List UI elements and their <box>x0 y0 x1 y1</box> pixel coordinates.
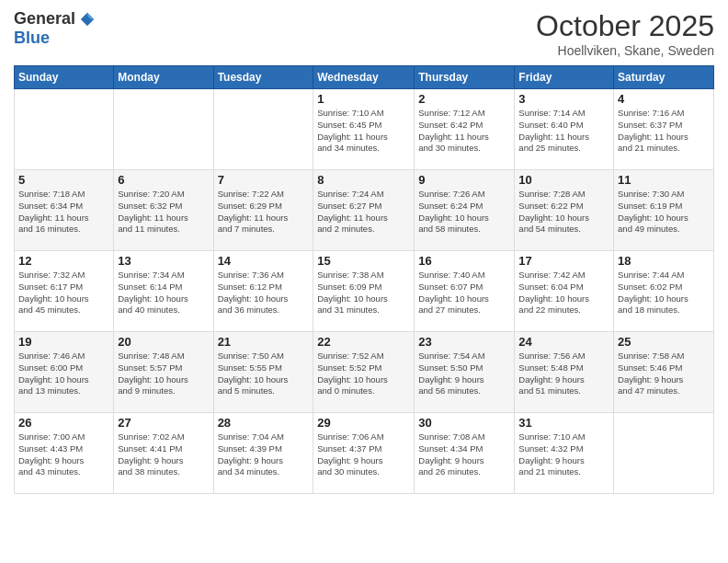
day-info-1-3: Sunrise: 7:24 AM Sunset: 6:27 PM Dayligh… <box>317 189 410 236</box>
day-info-4-0: Sunrise: 7:00 AM Sunset: 4:43 PM Dayligh… <box>18 431 109 478</box>
cell-0-3: 1Sunrise: 7:10 AM Sunset: 6:45 PM Daylig… <box>313 89 415 170</box>
day-num-3-4: 23 <box>418 335 510 349</box>
day-info-4-2: Sunrise: 7:04 AM Sunset: 4:39 PM Dayligh… <box>218 431 310 478</box>
header-thursday: Thursday <box>415 66 515 89</box>
title-area: October 2025 Hoellviken, Skane, Sweden <box>536 9 714 58</box>
cell-2-3: 15Sunrise: 7:38 AM Sunset: 6:09 PM Dayli… <box>313 251 415 332</box>
header-friday: Friday <box>515 66 614 89</box>
cell-1-5: 10Sunrise: 7:28 AM Sunset: 6:22 PM Dayli… <box>515 170 614 251</box>
cell-4-4: 30Sunrise: 7:08 AM Sunset: 4:34 PM Dayli… <box>415 413 515 494</box>
day-info-3-6: Sunrise: 7:58 AM Sunset: 5:46 PM Dayligh… <box>618 350 710 397</box>
day-num-1-4: 9 <box>418 173 510 187</box>
day-num-3-6: 25 <box>618 335 710 349</box>
header-sunday: Sunday <box>15 66 114 89</box>
day-info-1-2: Sunrise: 7:22 AM Sunset: 6:29 PM Dayligh… <box>218 189 310 236</box>
day-num-3-3: 22 <box>317 335 410 349</box>
day-info-3-3: Sunrise: 7:52 AM Sunset: 5:52 PM Dayligh… <box>317 350 410 397</box>
day-num-3-5: 24 <box>518 335 609 349</box>
day-info-3-5: Sunrise: 7:56 AM Sunset: 5:48 PM Dayligh… <box>518 350 609 397</box>
logo-icon <box>79 11 96 28</box>
location-subtitle: Hoellviken, Skane, Sweden <box>536 43 714 58</box>
header-saturday: Saturday <box>614 66 714 89</box>
logo-general-text: General <box>14 9 75 29</box>
cell-3-1: 20Sunrise: 7:48 AM Sunset: 5:57 PM Dayli… <box>114 332 213 413</box>
day-info-3-2: Sunrise: 7:50 AM Sunset: 5:55 PM Dayligh… <box>218 350 310 397</box>
day-num-3-0: 19 <box>18 335 109 349</box>
day-num-4-2: 28 <box>218 416 310 430</box>
cell-0-0 <box>15 89 114 170</box>
week-row-4: 26Sunrise: 7:00 AM Sunset: 4:43 PM Dayli… <box>15 413 714 494</box>
cell-0-4: 2Sunrise: 7:12 AM Sunset: 6:42 PM Daylig… <box>415 89 515 170</box>
day-info-0-6: Sunrise: 7:16 AM Sunset: 6:37 PM Dayligh… <box>618 108 710 155</box>
day-info-2-5: Sunrise: 7:42 AM Sunset: 6:04 PM Dayligh… <box>518 270 609 316</box>
day-num-4-5: 31 <box>518 416 609 430</box>
cell-3-5: 24Sunrise: 7:56 AM Sunset: 5:48 PM Dayli… <box>515 332 614 413</box>
day-num-1-1: 6 <box>118 173 209 187</box>
day-num-2-0: 12 <box>18 254 109 268</box>
day-info-0-3: Sunrise: 7:10 AM Sunset: 6:45 PM Dayligh… <box>317 108 410 155</box>
day-info-1-0: Sunrise: 7:18 AM Sunset: 6:34 PM Dayligh… <box>18 189 109 236</box>
day-num-1-2: 7 <box>218 173 310 187</box>
cell-3-0: 19Sunrise: 7:46 AM Sunset: 6:00 PM Dayli… <box>15 332 114 413</box>
cell-4-0: 26Sunrise: 7:00 AM Sunset: 4:43 PM Dayli… <box>15 413 114 494</box>
day-num-2-3: 15 <box>317 254 410 268</box>
day-info-0-4: Sunrise: 7:12 AM Sunset: 6:42 PM Dayligh… <box>418 108 510 155</box>
cell-2-4: 16Sunrise: 7:40 AM Sunset: 6:07 PM Dayli… <box>415 251 515 332</box>
cell-2-0: 12Sunrise: 7:32 AM Sunset: 6:17 PM Dayli… <box>15 251 114 332</box>
day-info-4-1: Sunrise: 7:02 AM Sunset: 4:41 PM Dayligh… <box>118 431 209 478</box>
cell-3-2: 21Sunrise: 7:50 AM Sunset: 5:55 PM Dayli… <box>213 332 313 413</box>
cell-2-2: 14Sunrise: 7:36 AM Sunset: 6:12 PM Dayli… <box>213 251 313 332</box>
day-num-1-0: 5 <box>18 173 109 187</box>
day-num-2-2: 14 <box>218 254 310 268</box>
day-info-2-1: Sunrise: 7:34 AM Sunset: 6:14 PM Dayligh… <box>118 270 209 316</box>
day-num-0-4: 2 <box>418 92 510 106</box>
day-info-1-1: Sunrise: 7:20 AM Sunset: 6:32 PM Dayligh… <box>118 189 209 236</box>
cell-4-5: 31Sunrise: 7:10 AM Sunset: 4:32 PM Dayli… <box>515 413 614 494</box>
calendar: Sunday Monday Tuesday Wednesday Thursday… <box>14 65 714 494</box>
cell-0-6: 4Sunrise: 7:16 AM Sunset: 6:37 PM Daylig… <box>614 89 714 170</box>
cell-2-1: 13Sunrise: 7:34 AM Sunset: 6:14 PM Dayli… <box>114 251 213 332</box>
day-info-3-4: Sunrise: 7:54 AM Sunset: 5:50 PM Dayligh… <box>418 350 510 397</box>
day-info-2-4: Sunrise: 7:40 AM Sunset: 6:07 PM Dayligh… <box>418 270 510 316</box>
cell-1-4: 9Sunrise: 7:26 AM Sunset: 6:24 PM Daylig… <box>415 170 515 251</box>
cell-0-5: 3Sunrise: 7:14 AM Sunset: 6:40 PM Daylig… <box>515 89 614 170</box>
day-info-4-3: Sunrise: 7:06 AM Sunset: 4:37 PM Dayligh… <box>317 431 410 478</box>
header-wednesday: Wednesday <box>313 66 415 89</box>
cell-3-6: 25Sunrise: 7:58 AM Sunset: 5:46 PM Dayli… <box>614 332 714 413</box>
cell-0-1 <box>114 89 213 170</box>
day-num-0-6: 4 <box>618 92 710 106</box>
day-num-1-6: 11 <box>618 173 710 187</box>
day-info-3-1: Sunrise: 7:48 AM Sunset: 5:57 PM Dayligh… <box>118 350 209 397</box>
cell-3-3: 22Sunrise: 7:52 AM Sunset: 5:52 PM Dayli… <box>313 332 415 413</box>
day-num-4-0: 26 <box>18 416 109 430</box>
cell-4-2: 28Sunrise: 7:04 AM Sunset: 4:39 PM Dayli… <box>213 413 313 494</box>
header: General Blue October 2025 Hoellviken, Sk… <box>14 9 714 58</box>
cell-4-6 <box>614 413 714 494</box>
day-num-4-1: 27 <box>118 416 209 430</box>
week-row-2: 12Sunrise: 7:32 AM Sunset: 6:17 PM Dayli… <box>15 251 714 332</box>
day-num-0-3: 1 <box>317 92 410 106</box>
calendar-body: 1Sunrise: 7:10 AM Sunset: 6:45 PM Daylig… <box>15 89 714 494</box>
week-row-0: 1Sunrise: 7:10 AM Sunset: 6:45 PM Daylig… <box>15 89 714 170</box>
logo-blue-text: Blue <box>14 29 50 48</box>
day-num-2-5: 17 <box>518 254 609 268</box>
day-info-2-0: Sunrise: 7:32 AM Sunset: 6:17 PM Dayligh… <box>18 270 109 316</box>
day-info-0-5: Sunrise: 7:14 AM Sunset: 6:40 PM Dayligh… <box>518 108 609 155</box>
day-info-2-3: Sunrise: 7:38 AM Sunset: 6:09 PM Dayligh… <box>317 270 410 316</box>
day-num-2-6: 18 <box>618 254 710 268</box>
month-title: October 2025 <box>536 9 714 43</box>
day-num-1-5: 10 <box>518 173 609 187</box>
day-info-4-5: Sunrise: 7:10 AM Sunset: 4:32 PM Dayligh… <box>518 431 609 478</box>
page: General Blue October 2025 Hoellviken, Sk… <box>0 0 728 563</box>
day-num-2-1: 13 <box>118 254 209 268</box>
week-row-3: 19Sunrise: 7:46 AM Sunset: 6:00 PM Dayli… <box>15 332 714 413</box>
day-info-2-6: Sunrise: 7:44 AM Sunset: 6:02 PM Dayligh… <box>618 270 710 316</box>
logo: General Blue <box>14 9 96 48</box>
cell-1-6: 11Sunrise: 7:30 AM Sunset: 6:19 PM Dayli… <box>614 170 714 251</box>
cell-1-0: 5Sunrise: 7:18 AM Sunset: 6:34 PM Daylig… <box>15 170 114 251</box>
cell-4-1: 27Sunrise: 7:02 AM Sunset: 4:41 PM Dayli… <box>114 413 213 494</box>
day-info-4-4: Sunrise: 7:08 AM Sunset: 4:34 PM Dayligh… <box>418 431 510 478</box>
cell-3-4: 23Sunrise: 7:54 AM Sunset: 5:50 PM Dayli… <box>415 332 515 413</box>
cell-1-1: 6Sunrise: 7:20 AM Sunset: 6:32 PM Daylig… <box>114 170 213 251</box>
day-num-4-3: 29 <box>317 416 410 430</box>
